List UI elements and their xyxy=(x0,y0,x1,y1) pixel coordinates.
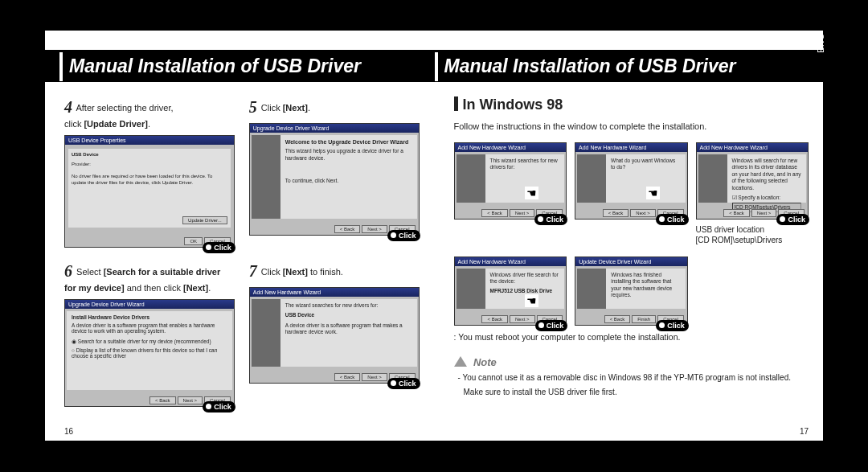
next-button[interactable]: Next > xyxy=(751,209,777,217)
screenshot-search-driver: Upgrade Device Driver Wizard Install Har… xyxy=(64,299,235,407)
wizard-art-icon xyxy=(252,299,280,367)
step-5: 5 Click [Next]. Upgrade Device Driver Wi… xyxy=(249,96,420,248)
page-left: Manual Installation of USB Driver 4 Afte… xyxy=(45,31,435,441)
section-heading: In Windows 98 xyxy=(454,96,809,113)
click-indicator: Click xyxy=(203,401,235,412)
back-button[interactable]: < Back xyxy=(723,209,750,217)
back-button[interactable]: < Back xyxy=(334,373,361,381)
next-button[interactable]: Next > xyxy=(362,373,387,381)
language-tab: ENG xyxy=(817,33,825,53)
back-button[interactable]: < Back xyxy=(334,225,361,233)
win98-shot-1: Add New Hardware Wizard This wizard sear… xyxy=(454,137,567,245)
section-subtext: Follow the instructions in the window to… xyxy=(454,121,809,131)
back-button[interactable]: < Back xyxy=(603,209,629,217)
click-indicator: Click xyxy=(387,230,420,241)
note-line-1: - You cannot use it as a removable disc … xyxy=(454,372,809,384)
note-line-2: Make sure to install the USB driver file… xyxy=(454,387,809,398)
step-number: 6 xyxy=(64,261,72,282)
next-button[interactable]: Next > xyxy=(510,315,535,323)
next-button[interactable]: Next > xyxy=(178,396,203,404)
back-button[interactable]: < Back xyxy=(604,315,631,323)
click-indicator: Click xyxy=(776,214,809,225)
back-button[interactable]: < Back xyxy=(481,315,508,323)
click-indicator: Click xyxy=(387,378,420,389)
page-right: Manual Installation of USB Driver ENG In… xyxy=(435,31,824,441)
next-button[interactable]: Next > xyxy=(510,209,535,217)
step-4: 4 After selecting the driver, click [Upd… xyxy=(64,96,235,248)
reboot-note: : You must reboot your computer to compl… xyxy=(454,332,809,342)
step-number: 7 xyxy=(249,261,257,282)
step-number: 5 xyxy=(249,96,257,118)
page-title-left: Manual Installation of USB Driver xyxy=(63,55,361,77)
page-title-right: Manual Installation of USB Driver xyxy=(438,55,736,77)
driver-location-label: USB driver location [CD ROM]\setup\Drive… xyxy=(696,224,809,245)
ok-button[interactable]: OK xyxy=(184,237,203,245)
screenshot-upgrade-wizard-welcome: Upgrade Device Driver Wizard Welcome to … xyxy=(249,123,420,236)
win98-shot-5: Update Device Driver Wizard Windows has … xyxy=(575,252,688,326)
note-block: Note - You cannot use it as a removable … xyxy=(454,355,809,397)
cursor-icon: ☚ xyxy=(525,294,538,307)
next-button[interactable]: Next > xyxy=(362,225,387,233)
step-7: 7 Click [Next] to finish. Add New Hardwa… xyxy=(249,261,420,407)
step-6: 6 Select [Search for a suitable driver f… xyxy=(64,261,235,407)
cursor-icon: ☚ xyxy=(646,187,660,199)
click-indicator: Click xyxy=(534,214,567,225)
back-button[interactable]: < Back xyxy=(149,396,176,404)
win98-shot-4: Add New Hardware Wizard Windows driver f… xyxy=(454,252,567,326)
note-icon xyxy=(454,356,467,367)
next-button[interactable]: Next > xyxy=(630,209,656,217)
title-bar-right: Manual Installation of USB Driver xyxy=(420,50,824,82)
win98-shot-2: Add New Hardware Wizard What do you want… xyxy=(575,137,688,245)
back-button[interactable]: < Back xyxy=(481,209,508,217)
click-indicator: Click xyxy=(656,320,689,331)
title-bar-left: Manual Installation of USB Driver xyxy=(45,50,448,82)
cursor-icon: ☚ xyxy=(525,187,538,199)
wizard-art-icon xyxy=(252,135,280,219)
click-indicator: Click xyxy=(656,214,689,225)
update-driver-button[interactable]: Update Driver... xyxy=(182,216,227,224)
click-indicator: Click xyxy=(535,320,568,331)
step-number: 4 xyxy=(64,96,72,118)
page-number-right: 17 xyxy=(800,427,809,436)
win98-shot-3: Add New Hardware Wizard Windows will sea… xyxy=(696,137,809,245)
page-number-left: 16 xyxy=(64,427,73,436)
screenshot-add-hardware-wizard: Add New Hardware Wizard The wizard searc… xyxy=(249,287,420,384)
click-indicator: Click xyxy=(203,242,235,253)
screenshot-properties-dialog: USB Device Properties USB Device Provide… xyxy=(64,135,235,248)
finish-button[interactable]: Finish xyxy=(632,315,656,323)
note-heading: Note xyxy=(473,356,497,368)
